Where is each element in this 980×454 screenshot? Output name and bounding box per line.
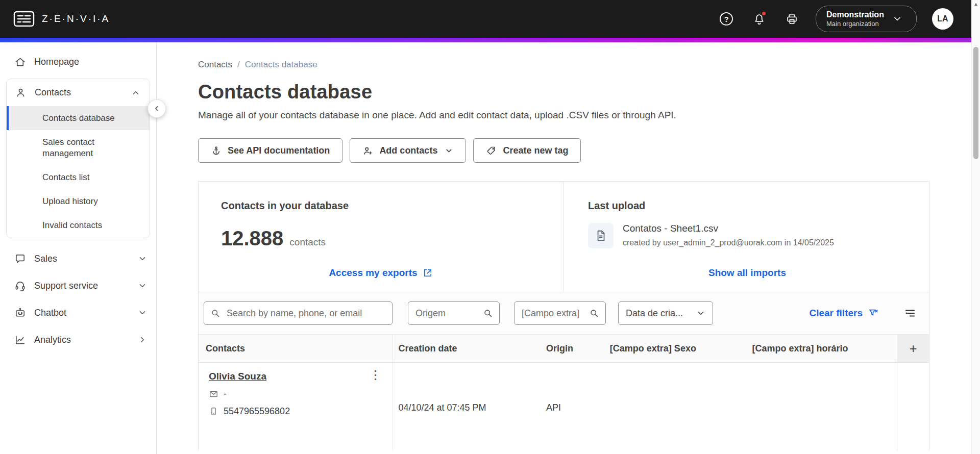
sidebar-label: Analytics	[34, 335, 71, 345]
column-header-origin[interactable]: Origin	[541, 335, 605, 362]
scrollbar-thumb[interactable]	[973, 47, 978, 159]
sidebar-item-support-service[interactable]: Support service	[0, 272, 156, 299]
sidebar-collapse-button[interactable]: ‹	[148, 99, 166, 118]
contact-phone-line: 5547965596802	[209, 406, 384, 417]
search-icon	[483, 308, 493, 318]
sidebar-label: Support service	[34, 281, 98, 291]
see-api-documentation-button[interactable]: See API documentation	[198, 138, 342, 163]
sidebar-item-upload-history[interactable]: Upload history	[7, 189, 150, 213]
chevron-down-icon	[892, 14, 902, 24]
page-scrollbar[interactable]: ▲	[971, 0, 980, 454]
breadcrumb-contacts-database[interactable]: Contacts database	[245, 60, 317, 70]
main-content: Contacts / Contacts database Contacts da…	[157, 42, 980, 454]
add-column-button[interactable]: +	[897, 335, 929, 362]
link-label: Show all imports	[708, 267, 786, 279]
analytics-chart-icon	[14, 334, 26, 346]
campo-extra-horario-cell	[747, 363, 897, 450]
search-field-wrapper	[204, 301, 393, 325]
access-my-exports-link[interactable]: Access my exports	[329, 267, 432, 279]
sidebar-item-contacts-database[interactable]: Contacts database	[7, 106, 150, 130]
tag-icon	[486, 145, 497, 156]
create-new-tag-button[interactable]: Create new tag	[473, 138, 581, 163]
layout: ‹ Homepage Contacts Contacts datab	[0, 42, 980, 454]
summary-title: Contacts in your database	[221, 200, 541, 212]
contact-cell: Olivia Souza ⋮ -	[199, 363, 393, 450]
sidebar-item-analytics[interactable]: Analytics	[0, 326, 156, 354]
chevron-down-icon	[138, 254, 147, 263]
table-header: Contacts Creation date Origin [Campo ext…	[199, 335, 929, 363]
creation-date-filter-dropdown[interactable]: Data de cria...	[618, 301, 713, 325]
contact-email-line: -	[209, 389, 384, 399]
sidebar-item-sales[interactable]: Sales	[0, 245, 156, 272]
sidebar: ‹ Homepage Contacts Contacts datab	[0, 42, 157, 454]
sidebar-label: Chatbot	[34, 308, 66, 318]
search-icon	[589, 308, 599, 318]
topbar-actions: ? Demonstration Main organiza	[718, 6, 953, 32]
organization-switcher[interactable]: Demonstration Main organization	[816, 6, 917, 32]
add-contacts-button[interactable]: Add contacts	[350, 138, 466, 163]
organization-name: Demonstration	[826, 10, 884, 20]
search-input[interactable]	[204, 301, 393, 325]
chevron-down-icon	[138, 308, 147, 317]
notifications-button[interactable]	[750, 10, 768, 28]
page-title: Contacts database	[198, 81, 929, 103]
column-header-creation-date[interactable]: Creation date	[393, 335, 541, 362]
contact-name-link[interactable]: Olivia Souza	[209, 371, 266, 382]
table-row: Olivia Souza ⋮ -	[199, 363, 929, 450]
envelope-icon	[209, 389, 218, 399]
summary-row: Contacts in your database 12.888 contact…	[199, 182, 929, 292]
contact-email: -	[224, 389, 227, 399]
filter-list-icon	[904, 307, 916, 319]
home-icon	[14, 56, 26, 68]
origem-filter-wrapper	[408, 301, 500, 325]
sidebar-item-contacts[interactable]: Contacts	[7, 79, 150, 106]
file-meta: created by user_admin_2_prod@uorak.com i…	[623, 238, 834, 247]
mobile-phone-icon	[209, 407, 218, 416]
sidebar-item-homepage[interactable]: Homepage	[0, 48, 156, 75]
filter-off-icon	[868, 308, 879, 319]
row-menu-button[interactable]: ⋮	[369, 369, 381, 381]
sidebar-item-chatbot[interactable]: Chatbot	[0, 299, 156, 326]
robot-icon	[14, 307, 26, 319]
notification-dot	[761, 11, 767, 16]
column-header-campo-extra-horario[interactable]: [Campo extra] horário	[747, 335, 897, 362]
user-avatar[interactable]: LA	[932, 8, 953, 30]
file-name: Contatos - Sheet1.csv	[623, 223, 834, 234]
file-info: Contatos - Sheet1.csv created by user_ad…	[623, 223, 834, 247]
sidebar-item-sales-contact-management[interactable]: Sales contact management	[7, 130, 150, 165]
sidebar-label: Homepage	[34, 57, 79, 67]
scrollbar-up-arrow[interactable]: ▲	[972, 2, 980, 7]
sidebar-item-invalid-contacts[interactable]: Invalid contacts	[7, 213, 150, 237]
chat-bubble-icon	[14, 253, 26, 265]
clear-filters-link[interactable]: Clear filters	[809, 308, 879, 319]
contacts-count: 12.888 contacts	[221, 227, 541, 250]
page-actions: See API documentation Add contacts	[198, 138, 929, 163]
printer-icon	[786, 13, 798, 26]
last-upload-card: Last upload Contatos - Sheet1.csv creat	[563, 182, 929, 292]
contacts-count-unit: contacts	[289, 237, 326, 248]
show-all-imports-link[interactable]: Show all imports	[708, 267, 786, 279]
button-label: See API documentation	[228, 145, 330, 156]
help-button[interactable]: ?	[718, 10, 735, 28]
sidebar-item-contacts-list[interactable]: Contacts list	[7, 165, 150, 189]
origin-cell: API	[541, 363, 605, 450]
organization-sub: Main organization	[826, 20, 884, 28]
chevron-right-icon	[138, 335, 147, 344]
chevron-down-icon	[445, 146, 453, 155]
filter-list-button[interactable]	[902, 306, 918, 321]
chevron-down-icon	[696, 309, 705, 318]
last-upload-title: Last upload	[588, 200, 906, 212]
printer-button[interactable]	[783, 10, 800, 28]
app-root: Z·E·N·V·I·A ?	[0, 0, 980, 454]
zenvia-logo-icon	[13, 10, 35, 28]
last-upload-file: Contatos - Sheet1.csv created by user_ad…	[588, 223, 906, 248]
database-summary-card: Contacts in your database 12.888 contact…	[199, 182, 563, 292]
column-header-contacts[interactable]: Contacts	[199, 335, 393, 362]
breadcrumb-contacts[interactable]: Contacts	[198, 60, 232, 70]
column-header-campo-extra-sexo[interactable]: [Campo extra] Sexo	[605, 335, 747, 362]
brand-gradient-bar	[0, 38, 980, 42]
topbar: Z·E·N·V·I·A ?	[0, 0, 980, 38]
chevron-down-icon	[138, 281, 147, 290]
contact-phone: 5547965596802	[224, 406, 290, 417]
campo-extra-filter-wrapper	[514, 301, 606, 325]
